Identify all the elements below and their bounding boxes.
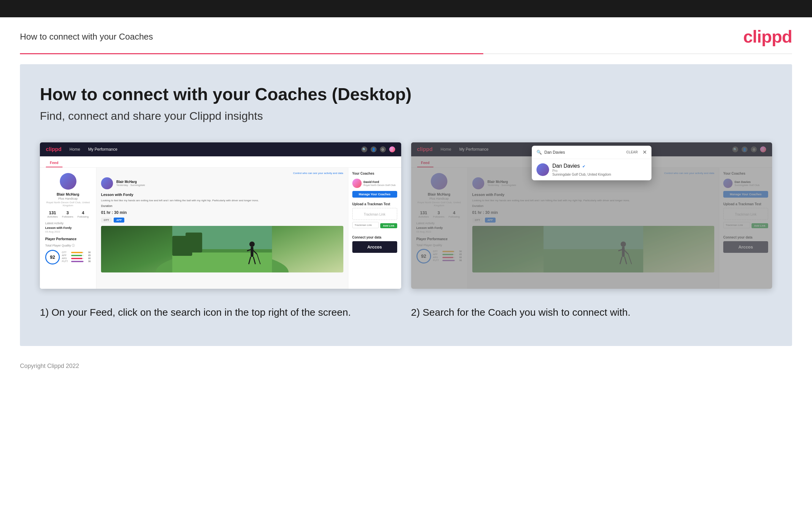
coach-club: Royal North Devon Golf Club xyxy=(364,184,396,186)
search-result-avatar xyxy=(536,163,549,176)
coach-item: David Ford Royal North Devon Golf Club xyxy=(352,179,397,188)
logo: clippd xyxy=(743,27,792,47)
header: How to connect with your Coaches clippd xyxy=(0,17,812,53)
trackman-placeholder-box: Trackman Link xyxy=(352,208,397,220)
search-result-role: Pro xyxy=(553,169,611,173)
feed-post-header: Blair McHarg Yesterday · Sunningdale xyxy=(101,177,343,189)
quality-row: 92 OTT 90 APP 85 xyxy=(45,250,91,264)
search-result-name: Dan Davies ✔ xyxy=(553,163,611,169)
main-subtitle: Find, connect and share your Clippd insi… xyxy=(40,110,772,122)
feed-post-image xyxy=(101,226,343,272)
verified-icon: ✔ xyxy=(582,164,585,168)
search-modal: 🔍 CLEAR ✕ Dan Davies ✔ Pro xyxy=(532,146,652,180)
mock-feed-left: Control who can see your activity and da… xyxy=(96,168,348,289)
quality-score: 92 xyxy=(45,250,60,264)
settings-icon[interactable]: ⚙ xyxy=(380,146,386,153)
search-result-club: Sunningdale Golf Club, United Kingdom xyxy=(553,173,611,176)
your-coaches-title: Your Coaches xyxy=(352,172,397,175)
header-divider xyxy=(20,53,792,54)
step-1-text: 1) On your Feed, click on the search ico… xyxy=(40,305,401,320)
page-title: How to connect with your Coaches xyxy=(20,32,153,42)
app-button[interactable]: APP xyxy=(114,218,124,222)
followers-count: 3 xyxy=(62,210,73,215)
following-label: Following xyxy=(78,215,89,218)
feed-post-user: Blair McHarg xyxy=(116,180,145,184)
mock-screen-left: clippd Home My Performance 🔍 👤 ⚙ B Feed xyxy=(40,142,401,289)
quality-bars: OTT 90 APP 85 ARG xyxy=(62,251,91,263)
arccos-partner: Arccos xyxy=(352,241,397,253)
top-bar xyxy=(0,0,812,17)
feed-post-title: Lesson with Fordy xyxy=(101,193,343,197)
mock-nav-left: clippd Home My Performance 🔍 👤 ⚙ B xyxy=(40,142,401,156)
followers-label: Followers xyxy=(62,215,73,218)
svg-rect-5 xyxy=(186,232,202,253)
mock-nav-performance: My Performance xyxy=(88,147,117,152)
step-1-description: 1) On your Feed, click on the search ico… xyxy=(40,305,401,320)
mock-nav-icons: 🔍 👤 ⚙ B xyxy=(361,146,395,153)
search-icon[interactable]: 🔍 xyxy=(361,146,367,153)
mock-tabs-left: Feed xyxy=(40,156,401,168)
search-bar: 🔍 CLEAR ✕ xyxy=(532,146,652,159)
avatar xyxy=(60,173,77,189)
quality-label: Total Player Quality ⓘ xyxy=(45,244,91,248)
performance-title: Player Performance xyxy=(45,237,91,241)
mock-sidebar-left: Blair McHarg Plus Handicap Royal North D… xyxy=(40,168,96,289)
activities-label: Activities xyxy=(47,215,58,218)
connect-data-title: Connect your data xyxy=(352,236,397,239)
screenshot-left: clippd Home My Performance 🔍 👤 ⚙ B Feed xyxy=(40,142,401,289)
trackman-input[interactable] xyxy=(352,222,379,228)
svg-point-6 xyxy=(249,242,254,247)
search-result-item[interactable]: Dan Davies ✔ Pro Sunningdale Golf Club, … xyxy=(532,159,652,180)
step-2-text: 2) Search for the Coach you wish to conn… xyxy=(411,305,772,320)
copyright-text: Copyright Clippd 2022 xyxy=(20,363,79,369)
golf-course-svg xyxy=(101,226,343,272)
feed-post-text: Looking to feel like my hands are exitin… xyxy=(101,199,343,202)
feed-post-date: Yesterday · Sunningdale xyxy=(116,184,145,186)
search-clear-button[interactable]: CLEAR xyxy=(626,151,637,154)
search-input[interactable] xyxy=(544,150,624,155)
user-name: Blair McHarg xyxy=(45,192,91,196)
footer: Copyright Clippd 2022 xyxy=(0,356,812,376)
latest-activity-label: Latest Activity xyxy=(45,221,91,225)
feed-post-avatar xyxy=(101,177,113,189)
activities-count: 131 xyxy=(47,210,58,215)
search-result-info: Dan Davies ✔ Pro Sunningdale Golf Club, … xyxy=(553,163,611,176)
feed-post-buttons: OTT APP xyxy=(101,218,343,222)
main-content: How to connect with your Coaches (Deskto… xyxy=(20,64,792,346)
step-2-description: 2) Search for the Coach you wish to conn… xyxy=(411,305,772,320)
search-close-button[interactable]: ✕ xyxy=(642,149,647,155)
add-link-button[interactable]: Add Link xyxy=(380,223,397,228)
user-stats: 131 Activities 3 Followers 4 Following xyxy=(45,210,91,218)
screenshot-right: clippd Home My Performance 🔍 👤 ⚙ B Feed xyxy=(411,142,772,289)
coach-avatar xyxy=(352,179,362,188)
feed-duration-value: 01 hr : 30 min xyxy=(101,210,343,215)
steps-row: 1) On your Feed, click on the search ico… xyxy=(40,305,772,320)
main-title: How to connect with your Coaches (Deskto… xyxy=(40,84,772,104)
svg-rect-7 xyxy=(251,247,253,257)
mock-nav-logo: clippd xyxy=(46,146,61,153)
profile-icon[interactable]: 👤 xyxy=(371,146,377,153)
trackman-placeholder-text: Trackman Link xyxy=(364,213,385,216)
mock-screen-right: clippd Home My Performance 🔍 👤 ⚙ B Feed xyxy=(411,142,772,289)
mock-body-left: Blair McHarg Plus Handicap Royal North D… xyxy=(40,168,401,289)
off-button[interactable]: OTT xyxy=(101,218,112,222)
user-location: Royal North Devon Golf Club, United King… xyxy=(45,201,91,207)
search-result-name-text: Dan Davies xyxy=(553,163,580,169)
manage-coaches-button[interactable]: Manage Your Coaches xyxy=(352,191,397,198)
coach-name: David Ford xyxy=(364,180,396,184)
latest-activity-date: 03 Aug 2022 xyxy=(45,230,91,233)
upload-title: Upload a Trackman Test xyxy=(352,202,397,206)
avatar-icon[interactable]: B xyxy=(389,146,395,153)
latest-activity-name: Lesson with Fordy xyxy=(45,226,91,229)
user-handicap: Plus Handicap xyxy=(45,197,91,200)
search-icon-modal: 🔍 xyxy=(536,150,542,155)
mock-right-panel-left: Your Coaches David Ford Royal North Devo… xyxy=(348,168,401,289)
following-count: 4 xyxy=(78,210,89,215)
mock-nav-home: Home xyxy=(69,147,80,152)
control-privacy-link: Control who can see your activity and da… xyxy=(101,172,343,175)
feed-post-duration: Duration xyxy=(101,204,343,208)
feed-tab[interactable]: Feed xyxy=(46,159,62,167)
screenshots-row: clippd Home My Performance 🔍 👤 ⚙ B Feed xyxy=(40,142,772,289)
